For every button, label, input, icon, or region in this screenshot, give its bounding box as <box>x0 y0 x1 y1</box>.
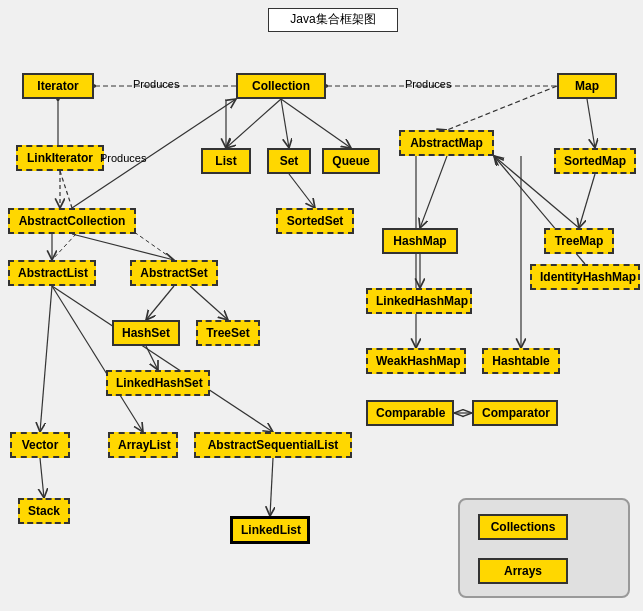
comparable-node: Comparable <box>366 400 454 426</box>
svg-line-20 <box>270 458 273 516</box>
abstractset-node: AbstractSet <box>130 260 218 286</box>
svg-line-23 <box>579 174 595 228</box>
svg-line-11 <box>72 234 174 260</box>
linkedlist-node: LinkedList <box>230 516 310 544</box>
produces-label-1: Produces <box>133 78 179 90</box>
svg-line-16 <box>146 346 158 370</box>
identityhashmap-node: IdentityHashMap <box>530 264 640 290</box>
svg-line-30 <box>60 171 72 208</box>
queue-node: Queue <box>322 148 380 174</box>
arraylist-node: ArrayList <box>108 432 178 458</box>
legend-box: Collections Arrays <box>458 498 630 598</box>
svg-line-14 <box>146 286 174 320</box>
comparator-node: Comparator <box>472 400 558 426</box>
svg-line-9 <box>447 86 557 130</box>
treeset-node: TreeSet <box>196 320 260 346</box>
svg-line-19 <box>40 286 52 432</box>
vector-node: Vector <box>10 432 70 458</box>
sortedset-node: SortedSet <box>276 208 354 234</box>
hashset-node: HashSet <box>112 320 180 346</box>
canvas: Java集合框架图 <box>0 0 643 611</box>
list-node: List <box>201 148 251 174</box>
linkedhashmap-node: LinkedHashMap <box>366 288 472 314</box>
abstractcollection-node: AbstractCollection <box>8 208 136 234</box>
title-box: Java集合框架图 <box>268 8 398 32</box>
svg-line-15 <box>190 286 228 320</box>
treemap-node: TreeMap <box>544 228 614 254</box>
abstractmap-node: AbstractMap <box>399 130 494 156</box>
title-text: Java集合框架图 <box>290 12 375 26</box>
collection-node: Collection <box>236 73 326 99</box>
svg-line-7 <box>281 99 351 148</box>
stack-node: Stack <box>18 498 70 524</box>
svg-line-13 <box>289 174 315 208</box>
arrays-node: Arrays <box>478 558 568 584</box>
svg-line-17 <box>52 286 273 432</box>
abstractsequentiallist-node: AbstractSequentialList <box>194 432 352 458</box>
linkiterator-node: LinkIterator <box>16 145 104 171</box>
svg-line-6 <box>281 99 289 148</box>
svg-line-22 <box>420 156 447 228</box>
sortedmap-node: SortedMap <box>554 148 636 174</box>
iterator-node: Iterator <box>22 73 94 99</box>
weakhashmap-node: WeakHashMap <box>366 348 466 374</box>
produces-label-3: Produces <box>100 152 146 164</box>
svg-line-21 <box>40 458 44 498</box>
collections-node: Collections <box>478 514 568 540</box>
abstractlist-node: AbstractList <box>8 260 96 286</box>
svg-line-18 <box>52 286 143 432</box>
svg-line-8 <box>587 99 595 148</box>
hashtable-node: Hashtable <box>482 348 560 374</box>
linkedhashset-node: LinkedHashSet <box>106 370 210 396</box>
svg-line-5 <box>226 99 281 148</box>
produces-label-2: Produces <box>405 78 451 90</box>
map-node: Map <box>557 73 617 99</box>
set-node: Set <box>267 148 311 174</box>
hashmap-node: HashMap <box>382 228 458 254</box>
